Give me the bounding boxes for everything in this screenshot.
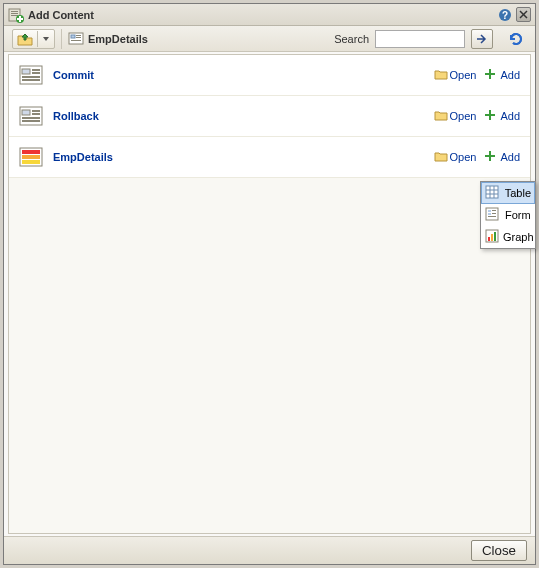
chevron-down-icon[interactable] bbox=[38, 35, 54, 43]
dialog-footer: Close bbox=[4, 536, 535, 564]
breadcrumb[interactable]: EmpDetails bbox=[68, 31, 148, 47]
svg-rect-52 bbox=[494, 232, 496, 241]
search-input[interactable] bbox=[375, 30, 465, 48]
content-list: Commit Open Add Rollback bbox=[9, 55, 530, 178]
svg-rect-2 bbox=[11, 13, 18, 14]
folder-open-icon bbox=[434, 68, 448, 82]
open-link[interactable]: Open bbox=[434, 109, 477, 123]
svg-rect-48 bbox=[488, 216, 496, 217]
list-item-rollback: Rollback Open Add bbox=[9, 96, 530, 137]
data-icon bbox=[19, 145, 43, 169]
content-area: Commit Open Add Rollback bbox=[8, 54, 531, 534]
folder-open-icon bbox=[434, 109, 448, 123]
operation-icon bbox=[19, 63, 43, 87]
breadcrumb-label: EmpDetails bbox=[88, 33, 148, 45]
svg-rect-1 bbox=[11, 11, 18, 12]
svg-rect-17 bbox=[22, 69, 30, 74]
plus-icon bbox=[484, 109, 498, 123]
open-link[interactable]: Open bbox=[434, 68, 477, 82]
svg-rect-27 bbox=[32, 113, 40, 115]
list-item-empdetails: EmpDetails Open Add bbox=[9, 137, 530, 178]
svg-rect-20 bbox=[22, 76, 40, 78]
up-folder-button[interactable] bbox=[12, 29, 55, 49]
svg-rect-51 bbox=[491, 234, 493, 241]
search-label: Search bbox=[334, 33, 369, 45]
search-go-button[interactable] bbox=[471, 29, 493, 49]
svg-rect-47 bbox=[492, 213, 496, 214]
svg-rect-14 bbox=[76, 37, 81, 38]
svg-rect-50 bbox=[488, 237, 490, 241]
close-icon[interactable] bbox=[515, 7, 531, 23]
add-link[interactable]: Add bbox=[484, 68, 520, 82]
svg-rect-25 bbox=[22, 110, 30, 115]
svg-rect-29 bbox=[22, 120, 40, 122]
add-link[interactable]: Add bbox=[484, 109, 520, 123]
dialog-title: Add Content bbox=[28, 9, 495, 21]
folder-open-icon bbox=[434, 150, 448, 164]
form-icon bbox=[485, 207, 501, 223]
close-button[interactable]: Close bbox=[471, 540, 527, 561]
add-content-dialog: Add Content ? EmpDetails Search bbox=[3, 3, 536, 565]
folder-icon bbox=[68, 31, 84, 47]
add-popup-menu: Table Form Graph bbox=[480, 181, 536, 249]
plus-icon bbox=[484, 150, 498, 164]
toolbar-divider bbox=[61, 29, 62, 49]
svg-rect-18 bbox=[32, 69, 40, 71]
svg-rect-45 bbox=[492, 210, 496, 211]
svg-rect-13 bbox=[76, 35, 81, 36]
popup-item-table[interactable]: Table bbox=[481, 182, 535, 204]
svg-rect-15 bbox=[71, 40, 81, 41]
svg-rect-35 bbox=[22, 160, 40, 164]
svg-rect-19 bbox=[32, 72, 40, 74]
operation-icon bbox=[19, 104, 43, 128]
help-icon[interactable]: ? bbox=[497, 7, 513, 23]
svg-rect-26 bbox=[32, 110, 40, 112]
svg-rect-33 bbox=[22, 150, 40, 154]
add-link[interactable]: Add bbox=[484, 150, 520, 164]
svg-rect-3 bbox=[11, 15, 18, 16]
svg-rect-31 bbox=[485, 114, 495, 116]
svg-rect-28 bbox=[22, 117, 40, 119]
svg-rect-46 bbox=[488, 213, 491, 215]
titlebar: Add Content ? bbox=[4, 4, 535, 26]
list-item-title[interactable]: Rollback bbox=[53, 110, 434, 122]
add-content-icon bbox=[8, 7, 24, 23]
refresh-button[interactable] bbox=[505, 29, 527, 49]
list-item-title[interactable]: Commit bbox=[53, 69, 434, 81]
graph-icon bbox=[485, 229, 499, 245]
svg-rect-34 bbox=[22, 155, 40, 159]
svg-rect-37 bbox=[485, 155, 495, 157]
popup-item-graph[interactable]: Graph bbox=[481, 226, 535, 248]
open-link[interactable]: Open bbox=[434, 150, 477, 164]
toolbar: EmpDetails Search bbox=[4, 26, 535, 52]
list-item-commit: Commit Open Add bbox=[9, 55, 530, 96]
list-item-title[interactable]: EmpDetails bbox=[53, 151, 434, 163]
svg-text:?: ? bbox=[502, 10, 508, 21]
svg-rect-38 bbox=[486, 186, 498, 198]
plus-icon bbox=[484, 68, 498, 82]
popup-item-form[interactable]: Form bbox=[481, 204, 535, 226]
svg-rect-21 bbox=[22, 79, 40, 81]
table-icon bbox=[485, 185, 501, 201]
svg-rect-44 bbox=[488, 210, 491, 212]
svg-rect-23 bbox=[485, 73, 495, 75]
svg-rect-6 bbox=[17, 18, 23, 20]
svg-rect-12 bbox=[71, 35, 75, 38]
